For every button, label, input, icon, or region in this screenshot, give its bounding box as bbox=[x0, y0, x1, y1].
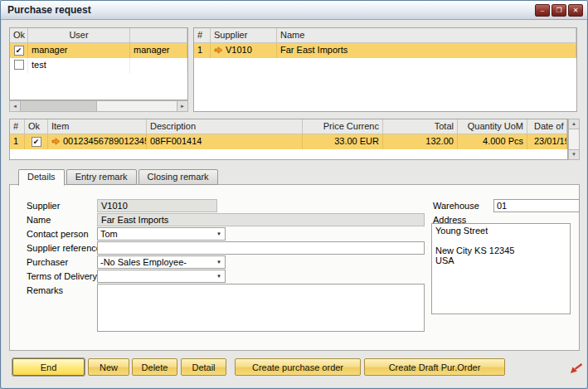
scroll-up-icon[interactable]: ▲ bbox=[569, 119, 579, 129]
collapse-form-arrow-icon[interactable] bbox=[570, 363, 583, 374]
chevron-down-icon[interactable]: ▼ bbox=[214, 256, 224, 268]
contact-person-input[interactable] bbox=[97, 227, 226, 241]
details-panel: Supplier V1010 Name Far East Imports Con… bbox=[9, 184, 580, 351]
items-grid: # Ok Item Description Price Currenc Tota… bbox=[9, 119, 568, 160]
window-title: Purchase request bbox=[7, 4, 91, 16]
supplier-code[interactable]: V1010 bbox=[226, 45, 252, 55]
suppliers-grid: # Supplier Name 1 V1010 Far East Imports bbox=[193, 27, 577, 112]
tab-closing-remark[interactable]: Closing remark bbox=[138, 169, 218, 185]
user-row-test[interactable]: test bbox=[10, 58, 187, 73]
supplier-reference-input[interactable] bbox=[97, 241, 425, 255]
remarks-label: Remarks bbox=[27, 284, 63, 297]
contact-person-label: Contact person bbox=[27, 227, 89, 241]
link-arrow-icon[interactable] bbox=[214, 44, 223, 58]
user-name-cell[interactable]: manager bbox=[28, 43, 130, 58]
terms-of-delivery-label: Terms of Delivery bbox=[27, 270, 97, 283]
items-col-item: Item bbox=[48, 119, 147, 134]
users-col-extra bbox=[130, 28, 187, 43]
item-ok-cell: ✔ bbox=[25, 134, 48, 149]
user-name-cell[interactable]: test bbox=[28, 58, 130, 73]
item-description-cell[interactable]: 08FF001414 bbox=[147, 134, 303, 149]
create-purchase-order-button[interactable]: Create purchase order bbox=[235, 358, 361, 376]
chevron-down-icon[interactable]: ▼ bbox=[214, 228, 224, 240]
purchaser-combo: ▼ bbox=[97, 255, 226, 269]
users-grid: Ok User ✔ manager manager test bbox=[9, 27, 188, 100]
tab-bar: Details Entry remark Closing remark bbox=[18, 169, 218, 185]
user-ok-checkbox[interactable] bbox=[14, 60, 24, 70]
user-extra-cell[interactable]: manager bbox=[130, 43, 187, 58]
warehouse-input[interactable] bbox=[493, 199, 580, 212]
suppliers-col-supplier: Supplier bbox=[211, 28, 277, 43]
suppliers-grid-header: # Supplier Name bbox=[194, 28, 576, 43]
item-code[interactable]: 001234567890123456 bbox=[63, 136, 147, 146]
items-col-price: Price Currenc bbox=[303, 119, 383, 134]
users-col-user: User bbox=[28, 28, 130, 43]
name-field: Far East Imports bbox=[97, 213, 425, 226]
end-button[interactable]: End bbox=[12, 358, 85, 376]
item-code-cell[interactable]: 001234567890123456 bbox=[48, 134, 147, 149]
supplier-code-cell[interactable]: V1010 bbox=[211, 43, 277, 58]
maximize-button[interactable]: ❐ bbox=[552, 4, 566, 17]
tab-details[interactable]: Details bbox=[18, 169, 65, 186]
user-ok-cell: ✔ bbox=[10, 43, 28, 58]
items-col-num: # bbox=[10, 119, 25, 134]
suppliers-col-num: # bbox=[194, 28, 211, 43]
scrollbar-thumb[interactable] bbox=[21, 101, 97, 111]
purchaser-input[interactable] bbox=[97, 255, 226, 269]
item-ok-checkbox[interactable]: ✔ bbox=[32, 137, 41, 147]
user-ok-cell bbox=[10, 58, 28, 73]
scroll-down-icon[interactable]: ▼ bbox=[569, 149, 579, 159]
item-date-cell[interactable]: 23/01/19 bbox=[527, 134, 567, 149]
items-col-total: Total bbox=[383, 119, 458, 134]
contact-person-combo: ▼ bbox=[97, 227, 226, 241]
terms-of-delivery-combo: ▼ bbox=[97, 270, 226, 283]
items-vertical-scrollbar[interactable]: ▲ ▼ bbox=[568, 119, 580, 160]
suppliers-col-name: Name bbox=[277, 28, 576, 43]
supplier-name-cell[interactable]: Far East Imports bbox=[277, 43, 576, 58]
item-num-cell: 1 bbox=[10, 134, 25, 149]
users-col-ok: Ok bbox=[10, 28, 28, 43]
link-arrow-icon[interactable] bbox=[51, 135, 61, 149]
item-quantity-cell[interactable]: 4.000 Pcs bbox=[458, 134, 527, 149]
users-grid-header: Ok User bbox=[10, 28, 187, 43]
supplier-label: Supplier bbox=[27, 199, 60, 212]
supplier-num-cell: 1 bbox=[194, 43, 211, 58]
items-col-ok: Ok bbox=[25, 119, 48, 134]
user-row-manager[interactable]: ✔ manager manager bbox=[10, 43, 187, 58]
remarks-textarea[interactable] bbox=[97, 284, 425, 332]
window-controls: – ❐ ✕ bbox=[535, 4, 583, 17]
address-textarea[interactable]: Young Street New City KS 12345 USA bbox=[431, 223, 571, 314]
items-col-description: Description bbox=[147, 119, 303, 134]
items-col-date: Date of bbox=[527, 119, 567, 134]
name-label: Name bbox=[27, 213, 51, 226]
warehouse-label: Warehouse bbox=[433, 199, 479, 212]
new-button[interactable]: New bbox=[88, 358, 129, 376]
items-col-quantity: Quantity UoM bbox=[458, 119, 527, 134]
item-row[interactable]: 1 ✔ 001234567890123456 08FF001414 33.00 … bbox=[10, 134, 567, 149]
user-extra-cell[interactable] bbox=[130, 58, 187, 73]
supplier-field: V1010 bbox=[97, 199, 217, 212]
purchase-request-window: Purchase request – ❐ ✕ Ok User ✔ manager… bbox=[0, 0, 588, 389]
titlebar[interactable]: Purchase request – ❐ ✕ bbox=[1, 1, 587, 20]
item-price-cell[interactable]: 33.00 EUR bbox=[303, 134, 383, 149]
close-button[interactable]: ✕ bbox=[568, 4, 583, 17]
users-horizontal-scrollbar[interactable]: ◄ ► bbox=[9, 100, 188, 112]
detail-button[interactable]: Detail bbox=[181, 358, 226, 376]
terms-of-delivery-input[interactable] bbox=[97, 270, 226, 283]
delete-button[interactable]: Delete bbox=[132, 358, 177, 376]
scroll-right-icon[interactable]: ► bbox=[177, 101, 187, 111]
items-grid-header: # Ok Item Description Price Currenc Tota… bbox=[10, 119, 567, 134]
chevron-down-icon[interactable]: ▼ bbox=[214, 270, 224, 282]
minimize-button[interactable]: – bbox=[535, 4, 550, 17]
create-draft-purchase-order-button[interactable]: Create Draft Pur.Order bbox=[364, 358, 505, 376]
user-ok-checkbox[interactable]: ✔ bbox=[14, 46, 24, 56]
tab-entry-remark[interactable]: Entry remark bbox=[66, 169, 137, 185]
scroll-left-icon[interactable]: ◄ bbox=[10, 101, 21, 111]
item-total-cell[interactable]: 132.00 bbox=[383, 134, 458, 149]
purchaser-label: Purchaser bbox=[27, 255, 68, 269]
supplier-row[interactable]: 1 V1010 Far East Imports bbox=[194, 43, 576, 58]
